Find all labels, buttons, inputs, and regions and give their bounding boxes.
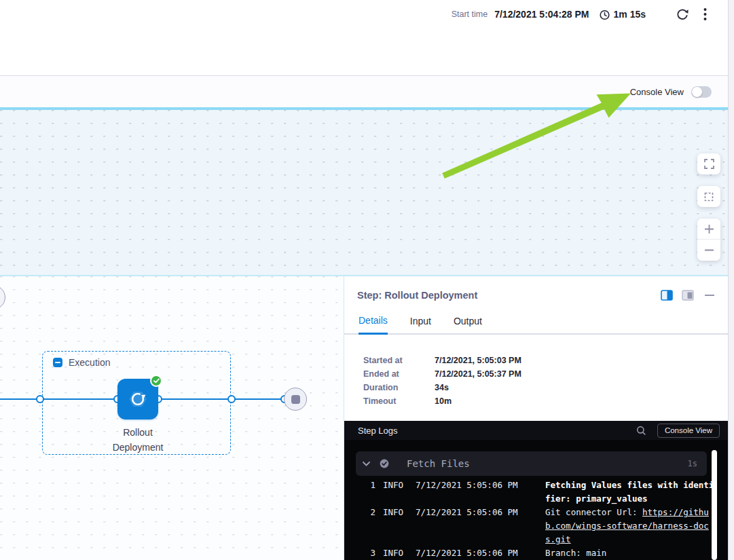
pipeline-execution-screen: Start time 7/12/2021 5:04:28 PM 1m 15s (0, 0, 734, 560)
panel-title: Step: Rollout Deployment (357, 290, 652, 301)
log-message: Fetching Values files with identifier: p… (545, 479, 714, 506)
log-timestamp: 7/12/2021 5:05:06 PM (416, 506, 519, 519)
split-view-secondary-icon (682, 290, 694, 301)
port-group-in (36, 395, 44, 403)
fit-view-icon (704, 192, 714, 202)
log-lines: 1 INFO 7/12/2021 5:05:06 PM Fetching Val… (356, 479, 728, 560)
canvas-toolbar: Console View (0, 77, 734, 107)
step-details-table: Started at7/12/2021, 5:05:03 PM Ended at… (344, 335, 728, 408)
elapsed-duration: 1m 15s (599, 9, 646, 20)
log-message: Branch: main (545, 546, 714, 560)
tab-input[interactable]: Input (410, 310, 431, 333)
detail-value: 34s (435, 381, 449, 394)
detail-label: Ended at (363, 367, 435, 381)
group-name: Execution (69, 357, 110, 368)
panel-tabs: Details Input Output (344, 310, 728, 335)
log-timestamp: 7/12/2021 5:05:06 PM (416, 546, 519, 560)
tab-details[interactable]: Details (359, 310, 388, 335)
clock-icon (599, 9, 610, 20)
start-time-value: 7/12/2021 5:04:28 PM (494, 9, 589, 20)
execution-group-label: Execution (53, 357, 110, 368)
split-view-primary-button[interactable] (661, 290, 673, 301)
step-logs-title: Step Logs (358, 426, 636, 436)
step-logs-header: Step Logs Console View (344, 421, 728, 440)
detail-value: 7/12/2021, 5:05:37 PM (435, 367, 521, 381)
log-line: 2 INFO 7/12/2021 5:05:06 PM Git connecto… (356, 506, 728, 546)
collapse-group-icon[interactable] (53, 358, 62, 367)
console-view-toggle[interactable] (691, 86, 712, 98)
logs-console-view-button[interactable]: Console View (657, 424, 720, 438)
port-group-out (227, 395, 236, 403)
fit-view-button[interactable] (697, 186, 720, 207)
log-level: INFO (383, 479, 409, 492)
split-view-secondary-button[interactable] (682, 290, 694, 301)
kebab-menu-icon (703, 7, 707, 21)
canvas-zoom-controls (697, 153, 720, 261)
detail-label: Started at (363, 354, 435, 367)
dot-grid (0, 110, 734, 275)
log-message: Git connector Url: https://github.com/wi… (545, 506, 714, 546)
refresh-icon (676, 7, 690, 22)
elapsed-value: 1m 15s (614, 9, 646, 20)
detail-label: Timeout (363, 394, 435, 408)
page-scrollbar[interactable] (728, 0, 734, 560)
detail-row: Timeout10m (363, 394, 728, 408)
detail-row: Started at7/12/2021, 5:05:03 PM (363, 354, 728, 367)
detail-value: 7/12/2021, 5:05:03 PM (435, 354, 521, 367)
check-circle-icon (380, 459, 389, 468)
zoom-in-out-group (697, 219, 720, 261)
log-section-name: Fetch Files (407, 458, 688, 469)
toggle-knob (692, 87, 702, 97)
detail-row: Duration34s (363, 381, 728, 394)
search-icon (636, 426, 646, 436)
log-section-fetch-files[interactable]: Fetch Files 1s (356, 451, 707, 476)
detail-label: Duration (363, 381, 435, 394)
console-view-label: Console View (630, 87, 684, 97)
log-timestamp: 7/12/2021 5:05:06 PM (416, 479, 519, 492)
log-console: Fetch Files 1s 1 INFO 7/12/2021 5:05:06 … (344, 440, 728, 560)
chevron-down-icon (363, 462, 370, 466)
minimize-panel-button[interactable] (705, 291, 714, 300)
log-line-number: 2 (356, 506, 375, 519)
refresh-button[interactable] (676, 7, 690, 22)
log-search-button[interactable] (636, 426, 646, 436)
success-badge-icon (150, 375, 162, 387)
fullscreen-button[interactable] (697, 153, 720, 174)
execution-meta: Start time 7/12/2021 5:04:28 PM 1m 15s (452, 6, 707, 22)
log-line-number: 3 (356, 546, 375, 560)
zoom-out-icon (704, 245, 714, 255)
log-line: 3 INFO 7/12/2021 5:05:06 PM Branch: main (356, 546, 728, 560)
log-message-text: Git connector Url: (545, 507, 642, 517)
zoom-out-button[interactable] (697, 240, 720, 261)
step-details-panel: Step: Rollout Deployment Details Input O… (344, 276, 728, 560)
zoom-in-icon (704, 224, 714, 234)
rollout-node-icon (126, 387, 150, 411)
pipeline-canvas-upper (0, 110, 734, 275)
log-level: INFO (383, 506, 409, 519)
stop-icon (291, 395, 300, 404)
rollout-deployment-node[interactable] (117, 379, 158, 419)
log-line: 1 INFO 7/12/2021 5:05:06 PM Fetching Val… (356, 479, 728, 506)
more-options-button[interactable] (703, 7, 707, 21)
start-time-label: Start time (452, 10, 488, 19)
execution-header-bar: Start time 7/12/2021 5:04:28 PM 1m 15s (0, 0, 734, 76)
detail-row: Ended at7/12/2021, 5:05:37 PM (363, 367, 728, 381)
stop-node[interactable] (284, 388, 307, 411)
log-section-duration: 1s (688, 459, 697, 468)
tab-output[interactable]: Output (454, 310, 482, 333)
step-logs-section: Step Logs Console View Fetch Files (344, 421, 728, 560)
log-line-number: 1 (356, 479, 375, 492)
fullscreen-icon (704, 159, 714, 169)
node-label: Rollout Deployment (100, 425, 175, 455)
detail-value: 10m (435, 394, 452, 408)
panel-header: Step: Rollout Deployment (344, 276, 728, 301)
log-level: INFO (383, 546, 409, 560)
zoom-in-button[interactable] (697, 219, 720, 240)
log-scrollbar-thumb[interactable] (712, 450, 717, 560)
split-view-primary-icon (661, 290, 673, 301)
